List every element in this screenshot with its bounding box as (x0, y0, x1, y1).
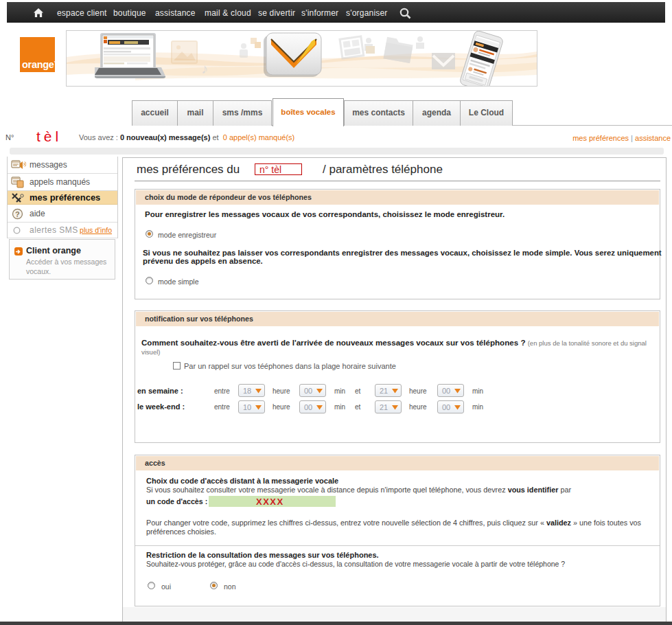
svg-text:♪: ♪ (201, 61, 208, 76)
svg-text:?: ? (15, 210, 20, 218)
